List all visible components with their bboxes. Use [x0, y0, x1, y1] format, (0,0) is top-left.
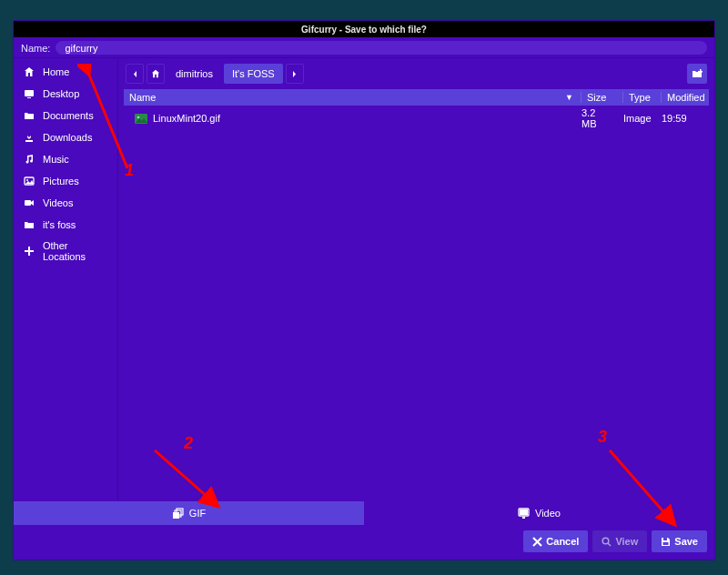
file-list: LinuxMint20.gif 3.2 MB Image 19:59: [118, 106, 714, 501]
music-icon: [23, 153, 35, 166]
th-name[interactable]: Name▼: [124, 92, 581, 103]
th-modified[interactable]: Modified: [662, 92, 709, 103]
folder-icon: [23, 109, 35, 122]
home-icon: [23, 66, 35, 78]
svg-rect-0: [25, 90, 34, 96]
sidebar-item-other-locations[interactable]: Other Locations: [14, 236, 117, 267]
sidebar-item-itsfoss[interactable]: it's foss: [14, 214, 117, 236]
nav-fwd-button[interactable]: [286, 64, 304, 84]
sidebar-item-label: Desktop: [43, 88, 79, 99]
th-size[interactable]: Size: [581, 92, 623, 103]
breadcrumb: dimitrios It's FOSS: [118, 58, 714, 89]
window-title: Gifcurry - Save to which file?: [301, 25, 427, 35]
nav-home-button[interactable]: [147, 64, 165, 84]
name-label: Name:: [21, 43, 50, 54]
sort-down-icon: ▼: [565, 93, 573, 102]
video-icon: [23, 197, 35, 209]
sidebar-item-home[interactable]: Home: [14, 61, 117, 83]
sidebar-item-music[interactable]: Music: [14, 148, 117, 170]
sidebar-item-documents[interactable]: Documents: [14, 105, 117, 126]
sidebar-item-label: Downloads: [43, 132, 92, 143]
cell-type: Image: [618, 113, 656, 124]
filename-input[interactable]: [56, 41, 707, 55]
close-icon: [532, 537, 542, 547]
svg-point-10: [137, 116, 140, 118]
format-video-label: Video: [535, 508, 561, 519]
view-label: View: [615, 536, 638, 547]
picture-icon: [23, 175, 35, 187]
nav-back-button[interactable]: [126, 64, 144, 84]
svg-line-20: [608, 543, 611, 546]
breadcrumb-seg-0[interactable]: dimitrios: [167, 64, 221, 84]
cancel-button[interactable]: Cancel: [523, 530, 588, 552]
view-button[interactable]: View: [592, 530, 647, 552]
cell-name: LinuxMint20.gif: [129, 113, 576, 124]
format-video[interactable]: Video: [364, 501, 714, 525]
save-dialog: Gifcurry - Save to which file? Name: Hom…: [13, 20, 715, 560]
breadcrumb-seg-1[interactable]: It's FOSS: [224, 64, 283, 84]
svg-rect-16: [522, 517, 525, 519]
svg-rect-21: [663, 538, 667, 540]
cell-modified: 19:59: [656, 113, 703, 124]
filename-row: Name:: [14, 37, 714, 57]
sidebar-item-label: Videos: [43, 197, 73, 208]
save-button[interactable]: Save: [652, 530, 707, 552]
places-sidebar: Home Desktop Documents Downloads Music P…: [14, 58, 117, 501]
sidebar-item-label: Music: [43, 154, 69, 165]
layers-icon: [172, 508, 184, 520]
format-gif[interactable]: GIF: [14, 501, 364, 525]
monitor-icon: [518, 508, 530, 519]
save-icon: [661, 537, 671, 547]
download-icon: [23, 131, 35, 144]
table-row[interactable]: LinuxMint20.gif 3.2 MB Image 19:59: [124, 106, 709, 131]
sidebar-item-pictures[interactable]: Pictures: [14, 170, 117, 192]
folder-icon: [23, 218, 35, 231]
content-area: dimitrios It's FOSS Name▼ Size Type Modi…: [117, 58, 714, 501]
sidebar-item-downloads[interactable]: Downloads: [14, 126, 117, 148]
new-folder-button[interactable]: [687, 64, 707, 84]
svg-rect-15: [520, 509, 528, 515]
titlebar: Gifcurry - Save to which file?: [14, 21, 714, 37]
sidebar-item-label: Pictures: [43, 176, 79, 187]
sidebar-item-label: Documents: [43, 110, 94, 121]
desktop-icon: [23, 87, 35, 100]
sidebar-item-label: Other Locations: [43, 240, 108, 262]
format-gif-label: GIF: [189, 508, 206, 519]
main-area: Home Desktop Documents Downloads Music P…: [14, 58, 714, 501]
cell-size: 3.2 MB: [576, 107, 618, 129]
cancel-label: Cancel: [546, 536, 579, 547]
sidebar-item-label: Home: [43, 66, 69, 77]
svg-rect-1: [27, 97, 31, 98]
svg-rect-22: [663, 542, 669, 545]
table-header: Name▼ Size Type Modified: [124, 89, 709, 106]
svg-point-19: [603, 538, 610, 544]
svg-rect-6: [25, 250, 34, 252]
save-label: Save: [674, 536, 698, 547]
sidebar-item-desktop[interactable]: Desktop: [14, 83, 117, 105]
svg-rect-8: [698, 71, 703, 73]
magnify-icon: [602, 537, 612, 547]
sidebar-item-videos[interactable]: Videos: [14, 192, 117, 214]
sidebar-item-label: it's foss: [43, 219, 76, 230]
svg-point-3: [26, 179, 28, 181]
file-image-icon: [135, 114, 147, 124]
button-bar: Cancel View Save: [14, 525, 714, 560]
th-type[interactable]: Type: [623, 92, 662, 103]
format-bar: GIF Video: [14, 501, 714, 525]
svg-rect-4: [25, 200, 31, 206]
plus-icon: [23, 245, 35, 257]
